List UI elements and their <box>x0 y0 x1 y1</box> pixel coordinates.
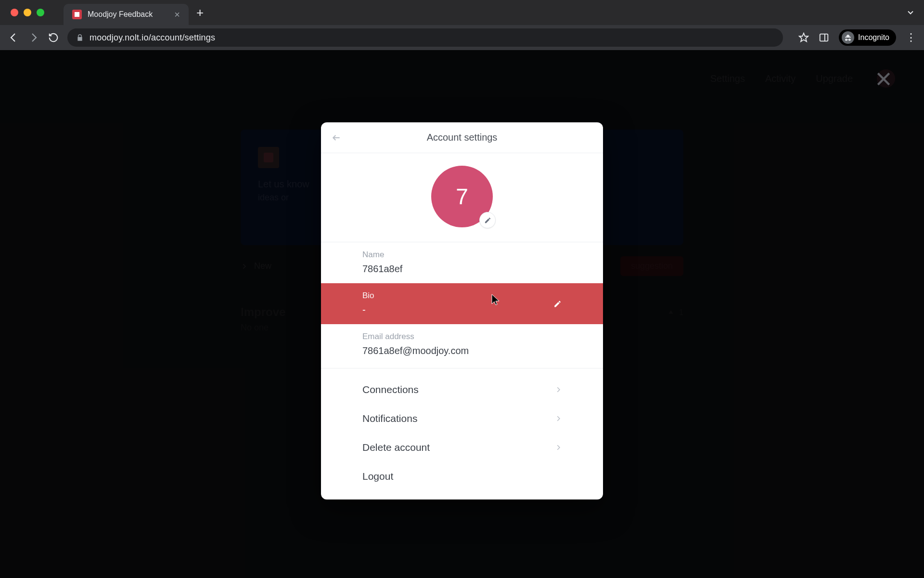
browser-menu-icon[interactable]: ⋮ <box>906 31 916 44</box>
modal-back-icon[interactable] <box>332 133 341 143</box>
menu-connections[interactable]: Connections <box>321 375 603 404</box>
svg-marker-0 <box>799 33 808 41</box>
tab-close-icon[interactable]: × <box>174 10 180 19</box>
nav-forward-icon <box>28 32 39 43</box>
incognito-label: Incognito <box>858 33 889 42</box>
traffic-lights <box>0 9 44 16</box>
side-panel-icon[interactable] <box>819 32 829 43</box>
pencil-icon <box>553 300 562 308</box>
chevron-right-icon <box>555 444 562 451</box>
field-email[interactable]: Email address 7861a8ef@moodjoy.com <box>321 324 603 365</box>
menu-connections-label: Connections <box>362 384 419 395</box>
incognito-icon <box>842 31 854 44</box>
field-bio-edit-icon[interactable] <box>553 300 562 308</box>
page-viewport: Settings Activity Upgrade Let us know id… <box>0 50 924 578</box>
modal-menu: Connections Notifications Delete account… <box>321 368 603 499</box>
menu-logout-label: Logout <box>362 471 393 482</box>
menu-notifications-label: Notifications <box>362 413 417 424</box>
field-email-value: 7861a8ef@moodjoy.com <box>362 345 562 356</box>
window-minimize-button[interactable] <box>24 9 31 16</box>
window-close-button[interactable] <box>11 9 18 16</box>
modal-title: Account settings <box>427 132 498 143</box>
field-bio-value: - <box>362 304 562 315</box>
nav-reload-icon[interactable] <box>48 32 59 43</box>
field-bio-label: Bio <box>362 291 562 301</box>
browser-toolbar: moodjoy.nolt.io/account/settings Incogni… <box>0 25 924 50</box>
new-tab-button[interactable]: + <box>196 6 204 19</box>
menu-delete-account[interactable]: Delete account <box>321 433 603 462</box>
chevron-right-icon <box>555 386 562 393</box>
svg-rect-1 <box>820 34 828 41</box>
field-name-value: 7861a8ef <box>362 263 562 275</box>
nav-back-icon[interactable] <box>8 32 19 43</box>
browser-tab[interactable]: Moodjoy Feedback × <box>64 4 189 25</box>
avatar[interactable]: 7 <box>431 166 493 227</box>
bookmark-star-icon[interactable] <box>798 32 809 43</box>
menu-notifications[interactable]: Notifications <box>321 404 603 433</box>
pencil-icon <box>484 217 491 224</box>
avatar-initial: 7 <box>456 184 468 210</box>
address-bar[interactable]: moodjoy.nolt.io/account/settings <box>67 28 783 47</box>
menu-logout[interactable]: Logout <box>321 462 603 491</box>
account-settings-modal: Account settings 7 Name 7861a8ef Bio - E… <box>321 122 603 499</box>
chevron-right-icon <box>555 415 562 422</box>
tab-title: Moodjoy Feedback <box>88 10 168 19</box>
address-bar-url: moodjoy.nolt.io/account/settings <box>90 33 215 43</box>
field-name-label: Name <box>362 250 562 260</box>
page-close-icon[interactable] <box>874 69 893 89</box>
incognito-indicator[interactable]: Incognito <box>839 29 896 46</box>
window-zoom-button[interactable] <box>37 9 44 16</box>
tabs-overflow-icon[interactable] <box>906 8 915 17</box>
avatar-section: 7 <box>321 153 603 242</box>
modal-header: Account settings <box>321 122 603 153</box>
lock-icon <box>76 34 84 41</box>
field-email-label: Email address <box>362 332 562 342</box>
window-titlebar: Moodjoy Feedback × + <box>0 0 924 25</box>
field-bio[interactable]: Bio - <box>321 283 603 324</box>
field-name[interactable]: Name 7861a8ef <box>321 242 603 283</box>
menu-delete-account-label: Delete account <box>362 442 430 453</box>
tab-favicon <box>72 10 82 19</box>
avatar-edit-button[interactable] <box>479 212 496 228</box>
